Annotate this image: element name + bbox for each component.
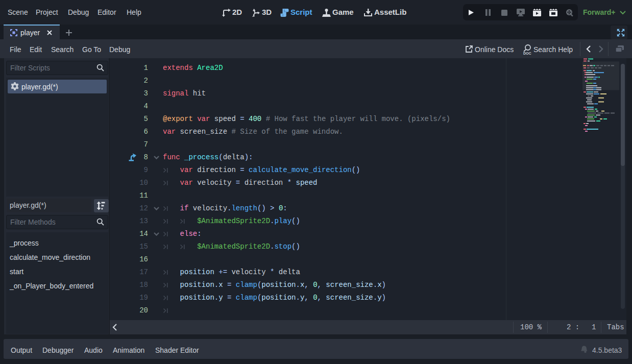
svg-text:DOC: DOC [523, 52, 531, 55]
